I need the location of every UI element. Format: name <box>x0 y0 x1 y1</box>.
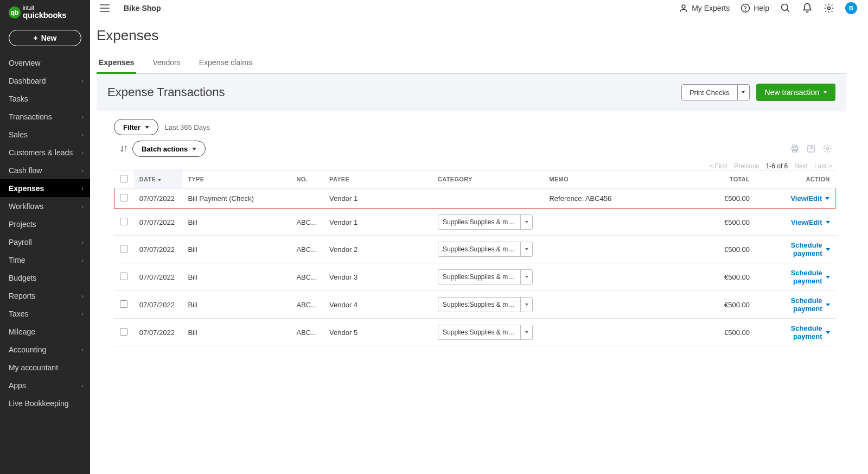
cell-no: ABC... <box>291 319 324 346</box>
col-category[interactable]: CATEGORY <box>432 170 544 188</box>
export-icon[interactable] <box>806 144 816 154</box>
table-row[interactable]: 07/07/2022BillABC...Vendor 3Supplies:Sup… <box>114 263 835 291</box>
row-action-link[interactable]: View/Edit <box>790 194 829 203</box>
row-action-link[interactable]: Schedule payment <box>761 324 830 340</box>
col-total[interactable]: TOTAL <box>652 170 755 188</box>
chevron-right-icon: › <box>81 185 84 192</box>
cell-no: ABC... <box>291 209 324 236</box>
chevron-right-icon: › <box>81 311 84 317</box>
cell-action: View/Edit <box>755 209 835 236</box>
sidebar-item-label: Apps <box>9 381 26 390</box>
row-action-link[interactable]: View/Edit <box>791 218 830 226</box>
sidebar-item-reports[interactable]: Reports› <box>0 287 90 305</box>
table-row[interactable]: 07/07/2022BillABC...Vendor 1Supplies:Sup… <box>114 209 835 236</box>
category-select[interactable]: Supplies:Supplies & materials <box>438 242 533 257</box>
print-checks-dropdown[interactable] <box>738 84 750 100</box>
sidebar-item-sales[interactable]: Sales› <box>0 125 90 143</box>
sidebar-item-payroll[interactable]: Payroll› <box>0 233 90 251</box>
category-select[interactable]: Supplies:Supplies & materials <box>438 269 533 285</box>
brand-logo: qb intuit quickbooks <box>0 0 90 23</box>
search-icon[interactable] <box>780 3 791 14</box>
pager-prev[interactable]: Previous <box>734 162 760 170</box>
sidebar-item-time[interactable]: Time› <box>0 251 90 269</box>
sidebar-item-customers-leads[interactable]: Customers & leads› <box>0 143 90 161</box>
sidebar-item-taxes[interactable]: Taxes› <box>0 305 90 323</box>
svg-point-2 <box>682 5 685 8</box>
sidebar-item-budgets[interactable]: Budgets <box>0 269 90 287</box>
sidebar-item-overview[interactable]: Overview <box>0 54 90 72</box>
filter-button[interactable]: Filter <box>114 119 158 135</box>
chevron-down-icon[interactable] <box>520 270 532 284</box>
sidebar-item-live-bookkeeping[interactable]: Live Bookkeeping <box>0 394 90 412</box>
sidebar-item-mileage[interactable]: Mileage <box>0 323 90 340</box>
sidebar-item-my-accountant[interactable]: My accountant <box>0 358 90 376</box>
row-action-link[interactable]: Schedule payment <box>761 269 830 285</box>
sidebar-item-expenses[interactable]: Expenses› <box>0 179 90 197</box>
sidebar-item-accounting[interactable]: Accounting› <box>0 340 90 358</box>
row-checkbox[interactable] <box>120 194 127 201</box>
sidebar-item-workflows[interactable]: Workflows› <box>0 197 90 215</box>
category-select[interactable]: Supplies:Supplies & materials <box>438 214 533 230</box>
pager-first[interactable]: < First <box>709 162 727 170</box>
new-transaction-label: New transaction <box>765 88 819 97</box>
table-row[interactable]: 07/07/2022BillABC...Vendor 4Supplies:Sup… <box>114 291 835 319</box>
avatar[interactable]: B <box>845 2 857 14</box>
row-action-link[interactable]: Schedule payment <box>761 241 830 257</box>
col-memo[interactable]: MEMO <box>544 170 652 188</box>
sort-icon[interactable] <box>119 144 128 153</box>
batch-actions-button[interactable]: Batch actions <box>132 141 206 157</box>
col-action[interactable]: ACTION <box>755 170 835 188</box>
cell-payee: Vendor 1 <box>324 188 432 209</box>
col-type[interactable]: TYPE <box>182 170 291 188</box>
pager-last[interactable]: Last > <box>814 162 832 170</box>
sidebar-item-cash-flow[interactable]: Cash flow› <box>0 161 90 179</box>
row-checkbox[interactable] <box>120 273 127 280</box>
tab-vendors[interactable]: Vendors <box>150 53 182 73</box>
bell-icon[interactable] <box>802 3 813 14</box>
cell-memo <box>544 319 652 346</box>
print-icon[interactable] <box>790 144 800 154</box>
sidebar-item-transactions[interactable]: Transactions› <box>0 108 90 125</box>
chevron-down-icon <box>826 248 830 251</box>
table-row[interactable]: 07/07/2022Bill Payment (Check)Vendor 1Re… <box>114 188 835 209</box>
table-row[interactable]: 07/07/2022BillABC...Vendor 2Supplies:Sup… <box>114 236 835 263</box>
row-checkbox[interactable] <box>120 328 127 336</box>
quickbooks-icon: qb <box>9 7 21 18</box>
col-date[interactable]: DATE <box>134 170 183 188</box>
new-transaction-button[interactable]: New transaction <box>756 84 835 101</box>
sort-desc-icon <box>158 179 161 181</box>
gear-icon[interactable] <box>822 144 832 154</box>
sidebar-item-tasks[interactable]: Tasks <box>0 90 90 108</box>
category-select[interactable]: Supplies:Supplies & materials <box>438 325 533 340</box>
category-select[interactable]: Supplies:Supplies & materials <box>438 297 533 312</box>
row-checkbox[interactable] <box>120 245 127 252</box>
chevron-down-icon[interactable] <box>520 242 532 256</box>
row-action-link[interactable]: Schedule payment <box>761 296 830 313</box>
sidebar-item-projects[interactable]: Projects <box>0 215 90 233</box>
chevron-down-icon[interactable] <box>520 325 532 339</box>
pager-next[interactable]: Next <box>794 162 808 170</box>
category-value: Supplies:Supplies & materials <box>438 328 520 336</box>
row-checkbox[interactable] <box>120 218 127 225</box>
tab-expenses[interactable]: Expenses <box>97 53 136 73</box>
gear-icon[interactable] <box>824 3 834 14</box>
hamburger-icon[interactable] <box>99 2 111 14</box>
sidebar-item-dashboard[interactable]: Dashboard› <box>0 72 90 90</box>
row-checkbox[interactable] <box>120 300 127 308</box>
help-button[interactable]: Help <box>741 3 769 13</box>
sidebar-item-apps[interactable]: Apps› <box>0 376 90 394</box>
chevron-down-icon[interactable] <box>520 298 532 312</box>
new-button[interactable]: + New <box>9 30 81 46</box>
cell-memo: Reference: ABC456 <box>544 188 652 209</box>
chevron-down-icon <box>825 197 829 200</box>
col-no[interactable]: NO. <box>291 170 324 188</box>
col-payee[interactable]: PAYEE <box>324 170 432 188</box>
table-row[interactable]: 07/07/2022BillABC...Vendor 5Supplies:Sup… <box>114 319 835 346</box>
chevron-down-icon[interactable] <box>520 215 532 229</box>
my-experts-button[interactable]: My Experts <box>679 3 730 13</box>
row-action-label: View/Edit <box>790 194 822 203</box>
select-all-checkbox[interactable] <box>120 175 127 182</box>
svg-point-4 <box>745 10 746 11</box>
tab-expense-claims[interactable]: Expense claims <box>197 53 254 73</box>
print-checks-button[interactable]: Print Checks <box>681 84 738 100</box>
